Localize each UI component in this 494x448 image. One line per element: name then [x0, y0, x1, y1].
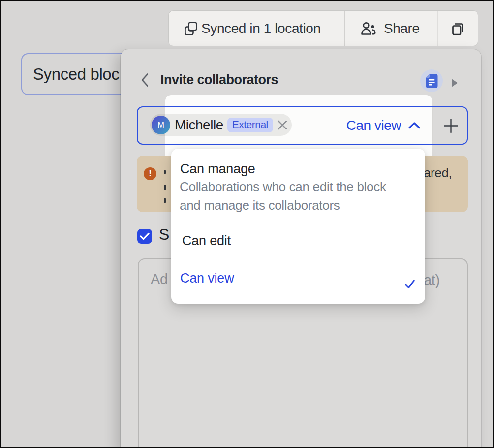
permission-menu: Can manage Collaborations who can edit t…: [171, 149, 425, 304]
external-badge: External: [227, 118, 273, 132]
share-people-icon: [360, 20, 377, 37]
invite-collaborators-popover: Invite collaborators M Michelle Exter: [121, 49, 481, 448]
remove-person-icon[interactable]: [277, 120, 288, 130]
back-icon[interactable]: [141, 73, 149, 89]
add-collaborator-button[interactable]: [433, 107, 468, 144]
document-icon: [426, 74, 438, 88]
menu-item-can-manage[interactable]: Can manage: [180, 161, 255, 176]
permission-value: Can view: [346, 118, 401, 133]
person-chip: M Michelle External: [150, 114, 292, 136]
placeholder-fragment-right: at): [424, 272, 440, 288]
synced-location-label: Synced in 1 location: [201, 21, 321, 36]
menu-item-can-manage-description: Collaborations who can edit the block an…: [180, 177, 386, 215]
avatar: M: [152, 116, 170, 134]
person-name: Michelle: [175, 117, 223, 133]
block-toolbar: Synced in 1 location Share: [168, 10, 478, 46]
menu-item-can-view[interactable]: Can view: [180, 271, 234, 286]
checkbox-label-fragment: S: [159, 225, 169, 244]
copy-button[interactable]: [438, 11, 478, 46]
checkbox-checked[interactable]: [137, 229, 152, 244]
expand-right-icon[interactable]: [451, 78, 459, 90]
popover-title: Invite collaborators: [160, 72, 278, 88]
synced-location-button[interactable]: Synced in 1 location: [169, 11, 344, 46]
share-button[interactable]: Share: [345, 11, 437, 46]
screenshot-root: Synced in 1 location Share: [0, 0, 494, 448]
covered-text-sliver: [164, 198, 166, 203]
warning-icon: !: [144, 167, 156, 180]
covered-text-sliver: [164, 185, 166, 190]
synced-block-icon: [184, 21, 198, 36]
menu-item-can-edit[interactable]: Can edit: [182, 233, 231, 248]
share-label: Share: [384, 21, 420, 36]
covered-text-sliver: [164, 170, 166, 174]
selected-check-icon: [404, 279, 415, 291]
placeholder-fragment-left: Ad: [151, 271, 168, 288]
warning-text-fragment: ared,: [424, 165, 452, 180]
chevron-up-icon: [408, 121, 421, 130]
document-badge: [420, 69, 443, 92]
permission-dropdown-button[interactable]: Can view: [346, 107, 421, 144]
invite-input-row[interactable]: M Michelle External Can view: [137, 106, 468, 145]
synced-block-text: Synced bloc: [33, 65, 119, 84]
copy-icon: [450, 20, 466, 37]
